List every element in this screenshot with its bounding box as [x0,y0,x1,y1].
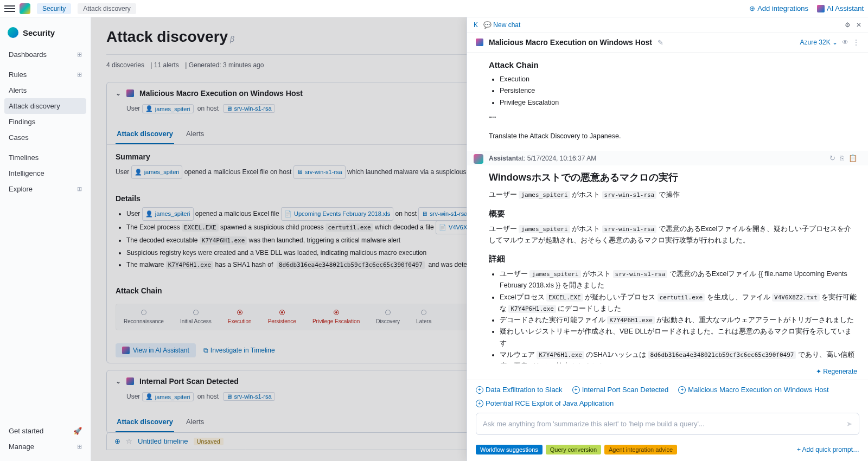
regenerate-button[interactable]: ✦ Regenerate [467,363,868,380]
assistant-header: Assistant at: 5/17/2024, 10:16:37 AM ↻ ⎘… [467,151,868,165]
back-icon[interactable]: K [474,21,478,29]
tag-query[interactable]: Query conversion [546,445,601,454]
suggestion-chip[interactable]: +Potential RCE Exploit of Java Applicati… [476,399,614,407]
more-icon[interactable]: ⋮ [853,39,859,46]
sidebar-item-rules[interactable]: Rules⊞ [4,67,86,82]
sidebar-item-explore[interactable]: Explore⊞ [4,181,86,197]
sidebar: Security Dashboards⊞ Rules⊞ Alerts Attac… [0,17,91,461]
sidebar-item-get-started[interactable]: Get started🚀 [4,423,86,439]
sidebar-item-manage[interactable]: Manage⊞ [4,439,86,454]
suggestion-chip[interactable]: +Malicious Macro Execution on Windows Ho… [678,386,828,394]
panel-title: Malicious Macro Execution on Windows Hos… [489,38,652,47]
attack-chain-heading: Attack Chain [489,60,857,69]
settings-icon[interactable]: ⚙ [845,21,851,29]
suggestion-chip[interactable]: +Internal Port Scan Detected [572,386,669,394]
breadcrumb-security[interactable]: Security [37,3,71,14]
sidebar-title: Security [4,24,86,41]
refresh-icon[interactable]: ↻ [829,154,835,162]
close-icon[interactable]: ✕ [856,21,861,29]
suggestions: +Data Exfiltration to Slack+Internal Por… [467,380,868,413]
sidebar-item-cases[interactable]: Cases [4,130,86,145]
user-message: Translate the Attack Discovery to Japane… [489,131,857,142]
visibility-icon[interactable]: 👁 [842,39,848,46]
tag-workflow[interactable]: Workflow suggestions [476,445,542,454]
breadcrumb-attack-discovery[interactable]: Attack discovery [78,3,136,14]
tag-agent[interactable]: Agent integration advice [604,445,677,454]
new-chat-button[interactable]: 💬 New chat [483,21,520,29]
sidebar-item-intelligence[interactable]: Intelligence [4,165,86,181]
topbar: Security Attack discovery ⊕ Add integrat… [0,0,868,17]
sidebar-item-attack-discovery[interactable]: Attack discovery [4,98,86,114]
ai-icon [817,5,825,12]
ai-icon [476,39,483,46]
elastic-logo [20,3,30,14]
add-quick-prompt[interactable]: + Add quick prompt… [797,446,859,453]
security-logo-icon [8,27,18,38]
send-icon[interactable]: ➤ [846,420,852,428]
sidebar-item-dashboards[interactable]: Dashboards⊞ [4,47,86,62]
sidebar-item-findings[interactable]: Findings [4,114,86,130]
jp-title: Windowsホストでの悪意あるマクロの実行 [489,171,857,184]
menu-toggle[interactable] [4,3,15,14]
copy-icon[interactable]: ⎘ [840,154,844,162]
ai-assistant-panel: K 💬 New chat ⚙ ✕ Malicious Macro Executi… [467,17,868,461]
edit-title-icon[interactable]: ✎ [658,39,663,47]
ai-assistant-link[interactable]: AI Assistant [817,4,864,12]
add-integrations-link[interactable]: ⊕ Add integrations [749,4,808,12]
chat-input[interactable]: Ask me anything from 'summarize this ale… [476,413,859,435]
sidebar-item-alerts[interactable]: Alerts [4,82,86,98]
assistant-avatar-icon [474,154,483,164]
connector-select[interactable]: Azure 32K ⌄ [800,39,838,46]
sidebar-item-timelines[interactable]: Timelines [4,150,86,165]
suggestion-chip[interactable]: +Data Exfiltration to Slack [476,386,563,394]
clipboard-icon[interactable]: 📋 [848,154,857,162]
